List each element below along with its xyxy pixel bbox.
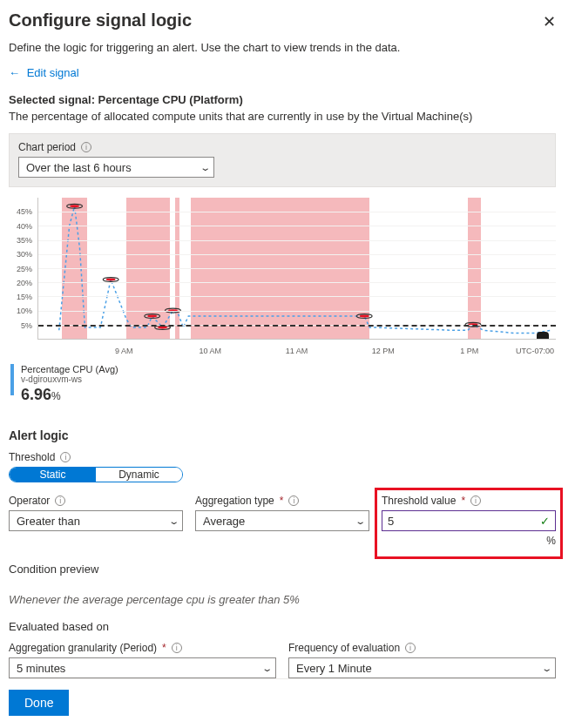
- operator-dropdown[interactable]: Greater than ⌄: [9, 510, 183, 531]
- done-button[interactable]: Done: [9, 690, 69, 716]
- threshold-value-text: 5: [388, 515, 394, 528]
- legend-color-bar: [10, 364, 14, 395]
- info-icon[interactable]: i: [288, 495, 299, 506]
- y-tick-label: 15%: [17, 293, 32, 301]
- required-asterisk: *: [162, 642, 166, 654]
- x-tick-label: 11 AM: [286, 347, 308, 355]
- svg-point-4: [147, 315, 157, 318]
- legend-unit: %: [51, 390, 61, 402]
- x-tick-label: 9 AM: [115, 347, 133, 355]
- panel-title: Configure signal logic: [9, 10, 192, 30]
- info-icon[interactable]: i: [81, 142, 91, 152]
- threshold-value-input[interactable]: 5 ✓: [382, 510, 556, 531]
- svg-point-10: [360, 315, 369, 318]
- info-icon[interactable]: i: [55, 495, 65, 506]
- aggregation-type-dropdown[interactable]: Average ⌄: [195, 510, 369, 531]
- chevron-down-icon: ⌄: [168, 516, 179, 526]
- chevron-down-icon: ⌄: [200, 163, 211, 172]
- frequency-value: Every 1 Minute: [296, 662, 372, 675]
- svg-point-0: [70, 205, 79, 207]
- frequency-dropdown[interactable]: Every 1 Minute ⌄: [288, 657, 556, 678]
- y-tick-label: 40%: [17, 222, 32, 231]
- x-tick-label: 12 PM: [372, 347, 395, 355]
- signal-chart: 5%10%15%20%25%30%35%40%45% UTC-07:009 AM…: [9, 198, 556, 416]
- operator-value: Greater than: [17, 515, 80, 528]
- x-tick-label: 1 PM: [460, 347, 478, 355]
- operator-label: Operator: [9, 495, 50, 507]
- threshold-line: [38, 325, 556, 327]
- selected-signal-description: The percentage of allocated compute unit…: [9, 110, 556, 123]
- check-icon: ✓: [540, 515, 550, 528]
- chart-period-section: Chart period i Over the last 6 hours ⌄: [9, 133, 556, 187]
- threshold-dynamic-button[interactable]: Dynamic: [96, 468, 182, 482]
- condition-preview-text: Whenever the average percentage cpu is g…: [9, 593, 556, 606]
- panel-subtitle: Define the logic for triggering an alert…: [9, 41, 556, 54]
- y-tick-label: 5%: [21, 321, 32, 330]
- evaluated-based-on-heading: Evaluated based on: [9, 620, 556, 633]
- threshold-toggle: Static Dynamic: [9, 467, 183, 482]
- chart-period-dropdown[interactable]: Over the last 6 hours ⌄: [18, 157, 214, 178]
- info-icon[interactable]: i: [405, 643, 416, 653]
- y-tick-label: 20%: [17, 279, 32, 287]
- chevron-down-icon: ⌄: [355, 516, 366, 526]
- required-asterisk: *: [280, 495, 284, 507]
- chart-period-value: Over the last 6 hours: [26, 161, 132, 174]
- threshold-unit: %: [382, 535, 556, 547]
- edit-signal-label: Edit signal: [27, 66, 79, 79]
- x-tick-label: 10 AM: [200, 347, 222, 355]
- legend-metric: Percentage CPU (Avg): [21, 364, 118, 374]
- threshold-value-label: Threshold value: [382, 495, 456, 507]
- info-icon[interactable]: i: [60, 452, 71, 462]
- frequency-label: Frequency of evaluation: [288, 642, 400, 654]
- y-tick-label: 35%: [17, 236, 32, 245]
- threshold-label: Threshold: [9, 451, 55, 463]
- arrow-left-icon: ←: [9, 66, 20, 79]
- condition-preview-heading: Condition preview: [9, 563, 556, 576]
- info-icon[interactable]: i: [172, 643, 182, 653]
- chevron-down-icon: ⌄: [541, 664, 552, 673]
- y-tick-label: 45%: [17, 207, 32, 216]
- svg-point-6: [158, 327, 167, 329]
- chart-period-label: Chart period: [18, 141, 76, 153]
- legend-value: 6.96: [21, 386, 51, 403]
- y-tick-label: 25%: [17, 265, 32, 273]
- chart-timezone: UTC-07:00: [516, 347, 554, 355]
- svg-point-2: [106, 279, 116, 281]
- y-tick-label: 30%: [17, 250, 32, 259]
- legend-resource: v-dgirouxvm-ws: [21, 374, 118, 384]
- aggregation-granularity-label: Aggregation granularity (Period): [9, 642, 157, 654]
- y-tick-label: 10%: [17, 307, 32, 315]
- aggregation-type-value: Average: [203, 515, 245, 528]
- aggregation-granularity-value: 5 minutes: [17, 662, 65, 675]
- required-asterisk: *: [461, 495, 465, 507]
- edit-signal-link[interactable]: ← Edit signal: [9, 66, 556, 79]
- threshold-static-button[interactable]: Static: [10, 468, 96, 482]
- aggregation-type-label: Aggregation type: [195, 495, 274, 507]
- chevron-down-icon: ⌄: [261, 664, 273, 673]
- close-icon[interactable]: ✕: [543, 12, 556, 31]
- aggregation-granularity-dropdown[interactable]: 5 minutes ⌄: [9, 657, 276, 678]
- alert-logic-heading: Alert logic: [9, 428, 556, 442]
- info-icon[interactable]: i: [470, 495, 481, 506]
- selected-signal-label: Selected signal: Percentage CPU (Platfor…: [9, 93, 556, 106]
- current-time-indicator: [537, 332, 549, 339]
